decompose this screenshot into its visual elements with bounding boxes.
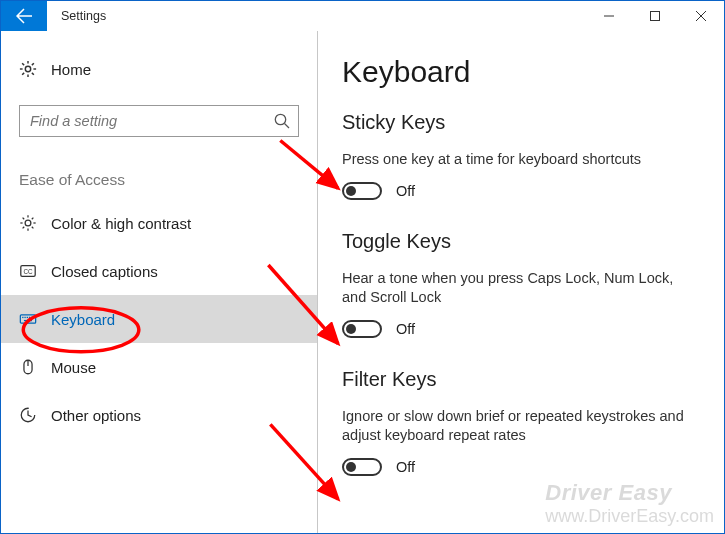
svg-line-9 — [22, 63, 24, 65]
svg-line-22 — [23, 227, 25, 229]
watermark-brand: Driver Easy — [545, 480, 672, 505]
svg-point-15 — [25, 220, 31, 226]
sticky-toggle-state: Off — [396, 183, 415, 199]
togglekeys-toggle-row: Off — [342, 320, 700, 338]
svg-rect-1 — [651, 12, 660, 21]
svg-text:CC: CC — [23, 268, 33, 275]
svg-point-4 — [25, 66, 30, 71]
svg-rect-31 — [31, 317, 32, 318]
minimize-icon — [604, 11, 614, 21]
section-filter-desc: Ignore or slow down brief or repeated ke… — [342, 407, 700, 446]
sidebar-item-color-contrast[interactable]: Color & high contrast — [1, 199, 317, 247]
watermark-url: www.DriverEasy.com — [545, 506, 714, 526]
minimize-button[interactable] — [586, 1, 632, 31]
sticky-keys-toggle[interactable] — [342, 182, 382, 200]
svg-rect-26 — [20, 315, 35, 323]
sticky-toggle-row: Off — [342, 182, 700, 200]
filterkeys-toggle-state: Off — [396, 459, 415, 475]
maximize-button[interactable] — [632, 1, 678, 31]
svg-point-13 — [275, 114, 285, 124]
section-sticky-title: Sticky Keys — [342, 111, 700, 134]
titlebar-spacer — [106, 1, 586, 31]
svg-rect-28 — [24, 317, 25, 318]
search-icon — [273, 112, 291, 130]
sidebar-item-label: Keyboard — [51, 311, 115, 328]
cc-icon: CC — [19, 262, 37, 280]
close-icon — [696, 11, 706, 21]
brightness-icon — [19, 214, 37, 232]
svg-line-21 — [32, 227, 34, 229]
sidebar-item-closed-captions[interactable]: CC Closed captions — [1, 247, 317, 295]
close-button[interactable] — [678, 1, 724, 31]
filter-keys-toggle[interactable] — [342, 458, 382, 476]
svg-rect-32 — [24, 320, 32, 321]
svg-rect-30 — [29, 317, 30, 318]
svg-line-12 — [32, 63, 34, 65]
window-body: Home Ease of Access Color & high contras… — [1, 31, 724, 533]
page-title: Keyboard — [342, 55, 700, 89]
svg-rect-29 — [27, 317, 28, 318]
home-label: Home — [51, 61, 91, 78]
svg-line-23 — [32, 218, 34, 220]
sidebar-item-keyboard[interactable]: Keyboard — [1, 295, 317, 343]
titlebar: Settings — [1, 1, 724, 31]
home-button[interactable]: Home — [1, 55, 317, 83]
sidebar-item-other-options[interactable]: Other options — [1, 391, 317, 439]
toggle-knob — [346, 186, 356, 196]
category-heading: Ease of Access — [1, 137, 317, 199]
sidebar-item-label: Color & high contrast — [51, 215, 191, 232]
settings-window: Settings — [0, 0, 725, 534]
maximize-icon — [650, 11, 660, 21]
sidebar: Home Ease of Access Color & high contras… — [1, 31, 318, 533]
sidebar-item-label: Closed captions — [51, 263, 158, 280]
back-button[interactable] — [1, 1, 47, 31]
toggle-knob — [346, 324, 356, 334]
section-toggle-title: Toggle Keys — [342, 230, 700, 253]
section-sticky-desc: Press one key at a time for keyboard sho… — [342, 150, 700, 170]
sidebar-item-mouse[interactable]: Mouse — [1, 343, 317, 391]
sidebar-item-label: Mouse — [51, 359, 96, 376]
togglekeys-toggle-state: Off — [396, 321, 415, 337]
search-wrapper — [19, 105, 299, 137]
svg-line-14 — [285, 124, 290, 129]
watermark: Driver Easy www.DriverEasy.com — [545, 480, 714, 527]
clock-icon — [19, 406, 37, 424]
search-input[interactable] — [19, 105, 299, 137]
section-toggle-desc: Hear a tone when you press Caps Lock, Nu… — [342, 269, 700, 308]
toggle-knob — [346, 462, 356, 472]
filterkeys-toggle-row: Off — [342, 458, 700, 476]
back-arrow-icon — [16, 8, 32, 24]
window-title: Settings — [47, 1, 106, 31]
keyboard-icon — [19, 310, 37, 328]
section-filter-title: Filter Keys — [342, 368, 700, 391]
mouse-icon — [19, 358, 37, 376]
nav-list: Color & high contrast CC Closed captions… — [1, 199, 317, 439]
svg-line-11 — [22, 73, 24, 75]
content-pane: Keyboard Sticky Keys Press one key at a … — [318, 31, 724, 533]
gear-icon — [19, 60, 37, 78]
sidebar-item-label: Other options — [51, 407, 141, 424]
svg-line-10 — [32, 73, 34, 75]
svg-line-20 — [23, 218, 25, 220]
svg-rect-27 — [22, 317, 23, 318]
toggle-keys-toggle[interactable] — [342, 320, 382, 338]
